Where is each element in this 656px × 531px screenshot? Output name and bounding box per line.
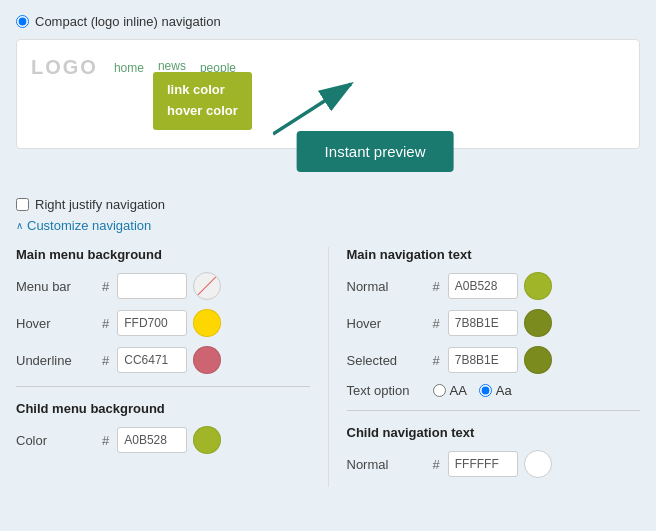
- col-right: Main navigation text Normal # Hover # Se…: [347, 247, 641, 487]
- nav-hover-input[interactable]: [448, 310, 518, 336]
- column-divider: [328, 247, 329, 487]
- hover-swatch: [193, 309, 221, 337]
- selected-label: Selected: [347, 353, 427, 368]
- text-option-Aa-radio[interactable]: [479, 384, 492, 397]
- underline-hash: #: [102, 353, 109, 368]
- field-row-selected: Selected #: [347, 346, 641, 374]
- text-option-label: Text option: [347, 383, 427, 398]
- underline-input[interactable]: [117, 347, 187, 373]
- underline-label: Underline: [16, 353, 96, 368]
- hover-hash: #: [102, 316, 109, 331]
- tooltip-box: link color hover color: [153, 72, 252, 130]
- compact-nav-label: Compact (logo inline) navigation: [35, 14, 221, 29]
- checkbox-row: Right justify navigation: [16, 197, 640, 212]
- normal-input[interactable]: [448, 273, 518, 299]
- field-row-child-normal: Normal #: [347, 450, 641, 478]
- normal-label: Normal: [347, 279, 427, 294]
- child-menu-bg-title: Child menu background: [16, 401, 310, 416]
- two-col-section: Main menu background Menu bar # Hover # …: [16, 247, 640, 487]
- hover-label: Hover: [16, 316, 96, 331]
- preview-box: LOGO home news people link color hover c…: [16, 39, 640, 149]
- child-color-hash: #: [102, 433, 109, 448]
- page-container: Compact (logo inline) navigation LOGO ho…: [0, 0, 656, 501]
- field-row-menubar: Menu bar #: [16, 272, 310, 300]
- main-menu-bg-title: Main menu background: [16, 247, 310, 262]
- right-justify-checkbox[interactable]: [16, 198, 29, 211]
- nav-hover-label: Hover: [347, 316, 427, 331]
- child-normal-input[interactable]: [448, 451, 518, 477]
- field-row-normal: Normal #: [347, 272, 641, 300]
- field-row-nav-hover: Hover #: [347, 309, 641, 337]
- child-color-swatch: [193, 426, 221, 454]
- child-normal-label: Normal: [347, 457, 427, 472]
- text-option-Aa-label: Aa: [496, 383, 512, 398]
- nav-hover-swatch: [524, 309, 552, 337]
- hover-input[interactable]: [117, 310, 187, 336]
- svg-line-1: [273, 84, 351, 134]
- text-option-AA-radio[interactable]: [433, 384, 446, 397]
- menubar-input[interactable]: [117, 273, 187, 299]
- text-option-AA-label: AA: [450, 383, 467, 398]
- child-normal-hash: #: [433, 457, 440, 472]
- tooltip-line1: link color: [167, 80, 238, 101]
- menubar-swatch: [193, 272, 221, 300]
- field-row-hover: Hover #: [16, 309, 310, 337]
- tooltip-line2: hover color: [167, 101, 238, 122]
- menubar-label: Menu bar: [16, 279, 96, 294]
- customize-nav-text: Customize navigation: [27, 218, 151, 233]
- nav-hover-hash: #: [433, 316, 440, 331]
- normal-hash: #: [433, 279, 440, 294]
- text-option-radio-group: AA Aa: [433, 383, 512, 398]
- logo-text: LOGO: [31, 56, 98, 79]
- chevron-icon: ∧: [16, 220, 23, 231]
- underline-swatch: [193, 346, 221, 374]
- child-color-label: Color: [16, 433, 96, 448]
- selected-hash: #: [433, 353, 440, 368]
- customize-nav-link[interactable]: ∧ Customize navigation: [16, 218, 640, 233]
- radio-row: Compact (logo inline) navigation: [16, 14, 640, 29]
- right-justify-label: Right justify navigation: [35, 197, 165, 212]
- field-row-child-color: Color #: [16, 426, 310, 454]
- main-nav-text-title: Main navigation text: [347, 247, 641, 262]
- col-left: Main menu background Menu bar # Hover # …: [16, 247, 310, 487]
- selected-swatch: [524, 346, 552, 374]
- text-option-AA[interactable]: AA: [433, 383, 467, 398]
- field-row-text-option: Text option AA Aa: [347, 383, 641, 398]
- child-normal-swatch: [524, 450, 552, 478]
- field-row-underline: Underline #: [16, 346, 310, 374]
- instant-preview-button[interactable]: Instant preview: [297, 131, 454, 172]
- compact-nav-radio[interactable]: [16, 15, 29, 28]
- menubar-hash: #: [102, 279, 109, 294]
- child-nav-text-title: Child navigation text: [347, 425, 641, 440]
- selected-input[interactable]: [448, 347, 518, 373]
- child-color-input[interactable]: [117, 427, 187, 453]
- text-option-Aa[interactable]: Aa: [479, 383, 512, 398]
- normal-swatch: [524, 272, 552, 300]
- nav-link-home[interactable]: home: [114, 61, 144, 75]
